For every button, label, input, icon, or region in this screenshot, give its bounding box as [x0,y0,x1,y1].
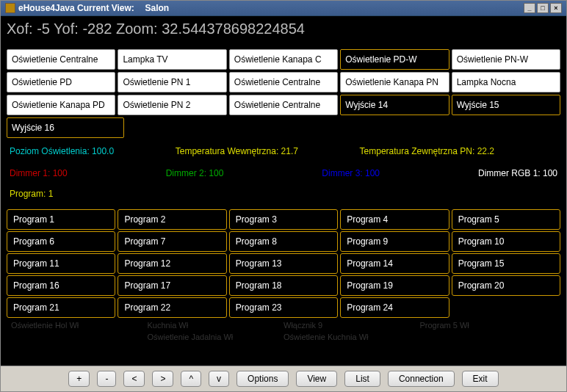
status-row-1: Poziom Oświetlenia: 100.0Temperatura Wew… [7,140,560,162]
exit-button[interactable]: Exit [462,371,499,387]
faded-label [420,333,557,341]
pan-down-button[interactable]: v [209,371,229,387]
light-cell[interactable]: Lampka TV [118,49,226,70]
title-prefix: eHouse4Java Current View: [18,3,134,13]
faded-label: Oświetlenie Jadalnia Wł [148,333,284,341]
program-cell[interactable]: Program 15 [452,253,560,274]
light-cell[interactable]: Oświetlenie PD-W [340,49,449,70]
program-cell[interactable]: Program 7 [118,231,226,252]
light-cell[interactable]: Oświetlenie Centralne [229,95,338,115]
coordinates-bar: Xof: -5 Yof: -282 Zoom: 32.5443786982248… [7,19,560,49]
program-cell[interactable]: Program 1 [7,209,115,230]
close-button[interactable]: × [550,3,562,13]
faded-label: Oświetlenie Kuchnia Wł [284,333,420,341]
program-cell[interactable]: Program 4 [340,209,449,230]
program-cell[interactable]: Program 3 [229,209,338,230]
light-empty [453,117,560,138]
program-empty [452,297,560,318]
status-item: Dimmer 3: 100 [322,168,380,178]
pan-up-button[interactable]: ^ [181,371,201,387]
program-current-label: Program: 1 [7,184,560,209]
program-cell[interactable]: Program 5 [452,209,560,230]
light-empty [126,117,234,138]
status-item: Dimmer RGB 1: 100 [478,168,557,178]
minimize-button[interactable]: _ [524,3,535,13]
program-cell[interactable]: Program 19 [340,275,449,296]
faded-label [11,333,148,341]
program-cell[interactable]: Program 6 [7,231,115,252]
light-empty [235,117,342,138]
program-cell[interactable]: Program 24 [340,297,449,318]
program-cell[interactable]: Program 11 [7,253,115,274]
light-cell[interactable]: Oświetlenie PN 2 [118,95,226,115]
light-cell[interactable]: Oświetlenie Centralne [229,72,338,92]
light-cell[interactable]: Oświetlenie Centralne [7,49,115,70]
light-cell[interactable]: Wyjście 15 [452,95,560,115]
maximize-button[interactable]: □ [537,3,549,13]
program-cell[interactable]: Program 10 [452,231,560,252]
zoom-in-button[interactable]: + [68,371,90,387]
faded-label: Kuchnia Wł [148,321,284,330]
light-cell[interactable]: Oświetlenie Kanapa PN [340,72,449,92]
light-cell[interactable]: Oświetlenie Kanapa C [229,49,338,70]
view-button[interactable]: View [296,371,337,387]
list-button[interactable]: List [344,371,380,387]
status-item: Dimmer 2: 100 [166,168,224,178]
program-cell[interactable]: Program 18 [229,275,338,296]
status-item: Temperatura Zewnętrzna PN: 22.2 [360,146,494,156]
title-room: Salon [145,3,170,13]
program-cell[interactable]: Program 2 [118,209,226,230]
program-cell[interactable]: Program 13 [229,253,338,274]
titlebar: eHouse4Java Current View: Salon _ □ × [1,1,566,16]
program-cell[interactable]: Program 14 [340,253,449,274]
options-button[interactable]: Options [236,371,289,387]
program-cell[interactable]: Program 21 [7,297,115,318]
light-cell[interactable]: Oświetlenie PD [7,72,115,92]
pan-right-button[interactable]: > [152,371,173,387]
faded-label: Program 5 Wł [420,321,557,330]
status-item: Temperatura Wewnętrzna: 21.7 [176,146,298,156]
program-cell[interactable]: Program 23 [229,297,338,318]
light-cell[interactable]: Oświetlenie Kanapa PD [7,95,115,115]
zoom-out-button[interactable]: - [97,371,116,387]
app-icon [5,3,15,13]
light-cell[interactable]: Wyjście 14 [340,95,449,115]
program-cell[interactable]: Program 17 [118,275,226,296]
status-row-2: Dimmer 1: 100Dimmer 2: 100Dimmer 3: 100D… [7,162,560,184]
faded-label: Oświetlenie Hol Wł [11,321,148,330]
program-cell[interactable]: Program 22 [118,297,226,318]
program-cell[interactable]: Program 20 [452,275,560,296]
light-empty [344,117,452,138]
status-item: Poziom Oświetlenia: 100.0 [10,146,114,156]
light-cell[interactable]: Oświetlenie PN 1 [118,72,226,92]
pan-left-button[interactable]: < [123,371,145,387]
connection-button[interactable]: Connection [388,371,455,387]
faded-label: Włącznik 9 [284,321,420,330]
bottom-toolbar: + - < > ^ v Options View List Connection… [1,366,566,391]
light-cell[interactable]: Wyjście 16 [7,117,124,138]
program-cell[interactable]: Program 16 [7,275,115,296]
status-item: Dimmer 1: 100 [10,168,68,178]
light-cell[interactable]: Oświetlenie PN-W [452,49,560,70]
program-cell[interactable]: Program 8 [229,231,338,252]
program-cell[interactable]: Program 12 [118,253,226,274]
light-cell[interactable]: Lampka Nocna [452,72,560,92]
program-cell[interactable]: Program 9 [340,231,449,252]
